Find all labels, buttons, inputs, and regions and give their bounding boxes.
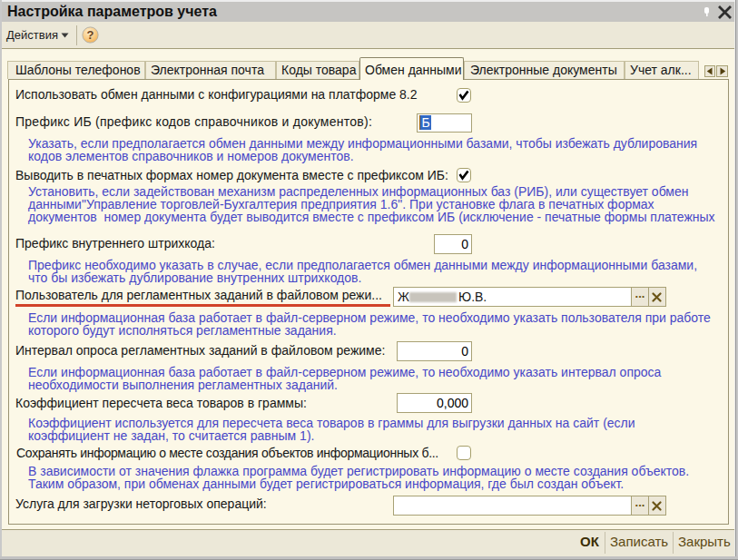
svg-text:?: ? xyxy=(87,28,94,42)
